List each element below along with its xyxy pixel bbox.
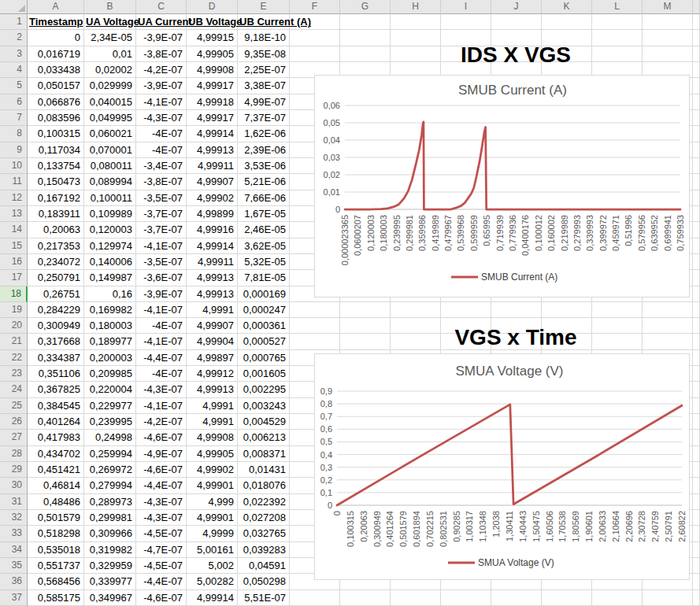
cell-D22[interactable]: 4,99897 [187,350,238,366]
cell-B9[interactable]: 0,070001 [84,142,136,158]
row-header-19[interactable]: 19 [0,302,28,318]
column-header-I[interactable]: I [441,0,491,14]
cell-D9[interactable]: 4,99913 [187,142,238,158]
cell-D18[interactable]: 4,99913 [187,286,238,302]
cell-C27[interactable]: -4,6E-07 [136,430,187,445]
cell-E27[interactable]: 0,006213 [238,430,290,445]
row-header-4[interactable]: 4 [0,62,28,78]
cell-C35[interactable]: -4,5E-07 [136,558,187,574]
cell-B36[interactable]: 0,339977 [84,574,136,589]
cell-E12[interactable]: 7,66E-06 [238,190,290,206]
cell-B6[interactable]: 0,040015 [84,94,136,110]
cell-B25[interactable]: 0,229977 [84,398,136,414]
cell-D37[interactable]: 4,99914 [187,590,238,606]
chart-vgs-x-time[interactable]: 00,10,20,30,40,50,60,70,80,900,1003150,2… [314,353,690,580]
row-header-31[interactable]: 31 [0,494,28,510]
cell-E3[interactable]: 9,35E-08 [238,46,290,62]
cell-A4[interactable]: 0,033438 [28,62,84,78]
cell-J19[interactable] [491,302,542,318]
row-header-11[interactable]: 11 [0,174,28,190]
cell-D34[interactable]: 5,00161 [187,542,238,558]
cell-G1[interactable] [340,14,391,30]
cell-D17[interactable]: 4,99913 [187,270,238,286]
cell-C37[interactable]: -4,6E-07 [136,590,187,606]
cell-A16[interactable]: 0,234072 [28,254,84,270]
cell-D12[interactable]: 4,99902 [187,190,238,206]
cell-A2[interactable]: 0 [28,30,84,46]
row-header-33[interactable]: 33 [0,526,28,541]
cell-C32[interactable]: -4,3E-07 [136,510,187,526]
cell-D11[interactable]: 4,99907 [187,174,238,190]
column-header-B[interactable]: B [84,0,136,14]
cell-N26[interactable] [693,414,700,430]
cell-B29[interactable]: 0,269972 [84,462,136,478]
cell-A12[interactable]: 0,167192 [28,190,84,206]
cell-B35[interactable]: 0,329959 [84,558,136,574]
cell-D28[interactable]: 4,99905 [187,446,238,462]
cell-D4[interactable]: 4,99908 [187,62,238,78]
cell-C20[interactable]: -4E-07 [136,318,187,334]
cell-B33[interactable]: 0,309966 [84,526,136,541]
cell-A27[interactable]: 0,417983 [28,430,84,445]
cell-F19[interactable] [290,302,340,318]
row-header-5[interactable]: 5 [0,78,28,94]
column-header-L[interactable]: L [592,0,643,14]
cell-B7[interactable]: 0,049995 [84,110,136,126]
cell-H37[interactable] [391,590,441,606]
cell-E34[interactable]: 0,039283 [238,542,290,558]
cell-A18[interactable]: 0,26751 [28,286,84,302]
cell-A8[interactable]: 0,100315 [28,126,84,142]
cell-J37[interactable] [491,590,542,606]
cell-E8[interactable]: 1,62E-06 [238,126,290,142]
cell-D26[interactable]: 4,9991 [187,414,238,430]
column-header-J[interactable]: J [491,0,542,14]
row-header-23[interactable]: 23 [0,366,28,382]
row-header-6[interactable]: 6 [0,94,28,110]
row-header-20[interactable]: 20 [0,318,28,334]
cell-N6[interactable] [693,94,700,110]
cell-A32[interactable]: 0,501579 [28,510,84,526]
cell-E24[interactable]: 0,002295 [238,382,290,397]
cell-N11[interactable] [693,174,700,190]
cell-E25[interactable]: 0,003243 [238,398,290,414]
cell-K37[interactable] [542,590,592,606]
cell-B15[interactable]: 0,129974 [84,238,136,254]
cell-C5[interactable]: -3,9E-07 [136,78,187,94]
cell-D27[interactable]: 4,99908 [187,430,238,445]
cell-E10[interactable]: 3,53E-06 [238,158,290,174]
cell-N32[interactable] [693,510,700,526]
cell-A11[interactable]: 0,150473 [28,174,84,190]
row-header-21[interactable]: 21 [0,334,28,349]
cell-B8[interactable]: 0,060021 [84,126,136,142]
cell-C6[interactable]: -4,1E-07 [136,94,187,110]
cell-E4[interactable]: 2,25E-07 [238,62,290,78]
cell-L1[interactable] [592,14,643,30]
cell-B16[interactable]: 0,140006 [84,254,136,270]
cell-N29[interactable] [693,462,700,478]
cell-A26[interactable]: 0,401264 [28,414,84,430]
column-header-G[interactable]: G [340,0,391,14]
cell-A20[interactable]: 0,300949 [28,318,84,334]
cell-E36[interactable]: 0,050298 [238,574,290,589]
cell-B12[interactable]: 0,100011 [84,190,136,206]
cell-A14[interactable]: 0,20063 [28,222,84,238]
cell-E18[interactable]: 0,000169 [238,286,290,302]
select-all-corner[interactable] [0,0,28,14]
cell-E22[interactable]: 0,000765 [238,350,290,366]
column-header-F[interactable]: F [290,0,340,14]
cell-D14[interactable]: 4,99916 [187,222,238,238]
column-header-A[interactable]: A [28,0,84,14]
cell-C23[interactable]: -4E-07 [136,366,187,382]
cell-C7[interactable]: -4,3E-07 [136,110,187,126]
column-header-K[interactable]: K [542,0,592,14]
cell-B23[interactable]: 0,209985 [84,366,136,382]
cell-F37[interactable] [290,590,340,606]
cell-E6[interactable]: 4,99E-07 [238,94,290,110]
row-header-18[interactable]: 18 [0,286,28,302]
cell-A13[interactable]: 0,183911 [28,206,84,222]
cell-C19[interactable]: -4,1E-07 [136,302,187,318]
cell-C14[interactable]: -3,7E-07 [136,222,187,238]
cell-A10[interactable]: 0,133754 [28,158,84,174]
row-header-12[interactable]: 12 [0,190,28,206]
cell-D25[interactable]: 4,9991 [187,398,238,414]
